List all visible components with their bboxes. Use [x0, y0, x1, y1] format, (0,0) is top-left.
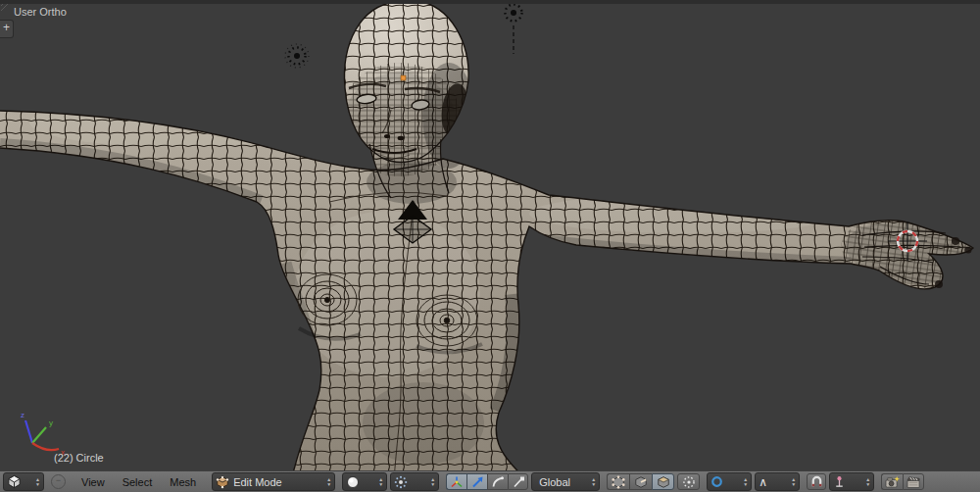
- vertex-select-icon: [612, 475, 625, 489]
- snap-vertex-icon: [833, 475, 846, 488]
- menu-select[interactable]: Select: [114, 476, 162, 488]
- lamp-object-2[interactable]: [506, 5, 522, 55]
- opengl-render-group: [881, 473, 924, 490]
- mode-label: Edit Mode: [229, 476, 286, 488]
- falloff-dropdown[interactable]: ∧ ▲▼: [755, 472, 800, 491]
- view-mode-label: User Ortho: [14, 6, 67, 18]
- viewport-header: ▲▼ − View Select Mesh Edit Mode ▲▼: [0, 470, 980, 492]
- snap-target-dropdown[interactable]: ▲▼: [829, 472, 874, 491]
- camera-sparkle-icon: [885, 475, 900, 489]
- edit-mode-icon: [216, 475, 229, 489]
- area-top-edge: [0, 0, 980, 4]
- collapse-menus-button[interactable]: −: [51, 474, 66, 489]
- manipulator-rotate-button[interactable]: [487, 473, 508, 490]
- select-vertex-button[interactable]: [607, 473, 629, 490]
- svg-text:z: z: [21, 411, 24, 419]
- lamp-object-1[interactable]: [285, 44, 309, 68]
- menu-mesh[interactable]: Mesh: [161, 476, 205, 488]
- manipulator-toggle-button[interactable]: [446, 473, 466, 490]
- mode-dropdown[interactable]: Edit Mode ▲▼: [212, 472, 335, 491]
- transform-orientation-dropdown[interactable]: Global ▲▼: [531, 472, 600, 491]
- manipulator-axes-icon: [450, 475, 464, 489]
- manipulator-scale-button[interactable]: [508, 473, 528, 490]
- dropdown-arrows: ▲▼: [427, 477, 435, 486]
- dropdown-arrows: ▲▼: [32, 477, 40, 486]
- select-face-button[interactable]: [652, 473, 674, 490]
- clapperboard-icon: [906, 475, 921, 489]
- dropdown-arrows: ▲▼: [323, 477, 331, 486]
- occlude-geometry-icon: [682, 475, 696, 489]
- mesh-object-figure[interactable]: [0, 0, 980, 470]
- dropdown-arrows: ▲▼: [862, 477, 870, 486]
- manipulator-group: [446, 473, 528, 490]
- menu-view[interactable]: View: [73, 476, 114, 488]
- translate-arrow-icon: [470, 475, 484, 489]
- dropdown-arrows: ▲▼: [740, 477, 748, 486]
- viewport-shading-dropdown[interactable]: ▲▼: [342, 472, 387, 491]
- proportional-edit-icon: [710, 475, 723, 488]
- dropdown-arrows: ▲▼: [375, 477, 383, 486]
- toolshelf-expand-button[interactable]: +: [0, 20, 14, 38]
- svg-text:y: y: [49, 418, 53, 427]
- proportional-edit-dropdown[interactable]: ▲▼: [707, 472, 752, 491]
- axis-gizmo: z y x: [21, 411, 65, 457]
- falloff-curve-icon: ∧: [759, 476, 767, 488]
- opengl-render-anim-button[interactable]: [903, 473, 924, 490]
- opengl-render-button[interactable]: [881, 473, 903, 490]
- dropdown-arrows: ▲▼: [788, 477, 796, 486]
- select-edge-button[interactable]: [629, 473, 652, 490]
- blender-3d-viewport: z y x User Ortho + (22) Circle ▲▼ − View…: [0, 0, 980, 492]
- orientation-label: Global: [535, 476, 574, 488]
- dropdown-arrows: ▲▼: [588, 477, 596, 486]
- edge-select-icon: [634, 475, 648, 489]
- snap-toggle-button[interactable]: [807, 473, 826, 490]
- pivot-median-icon: [394, 475, 408, 489]
- viewport-canvas[interactable]: z y x: [0, 0, 980, 470]
- face-select-icon: [657, 475, 670, 489]
- editor-3d-view-icon: [7, 474, 22, 489]
- magnet-icon: [810, 475, 823, 488]
- pivot-point-dropdown[interactable]: ▲▼: [390, 472, 439, 491]
- active-object-label: (22) Circle: [54, 452, 104, 464]
- select-mode-group: [607, 473, 674, 490]
- editor-type-button[interactable]: ▲▼: [3, 472, 44, 491]
- limit-selection-visible-button[interactable]: [677, 473, 700, 490]
- scale-icon: [512, 475, 525, 489]
- rotate-arc-icon: [491, 475, 505, 489]
- shading-solid-icon: [346, 475, 360, 489]
- object-origin-dot: [401, 75, 406, 80]
- manipulator-translate-button[interactable]: [466, 473, 487, 490]
